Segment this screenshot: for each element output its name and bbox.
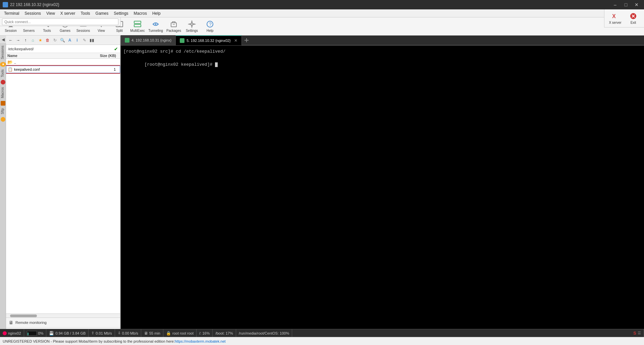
current-path: /etc/keepalived/ bbox=[8, 47, 114, 51]
close-button[interactable]: ✕ bbox=[632, 1, 641, 8]
settings-button[interactable]: Settings bbox=[183, 18, 201, 35]
sidebar-tab-sftp[interactable]: Sftp bbox=[0, 106, 6, 116]
svg-rect-18 bbox=[171, 23, 176, 27]
x-server-label: X server bbox=[609, 21, 621, 24]
file-path-bar: /etc/keepalived/ ✔ bbox=[6, 45, 120, 53]
menu-macros[interactable]: Macros bbox=[131, 10, 150, 16]
monitor-status-icon: 🖥 bbox=[144, 331, 148, 336]
remote-monitoring-button[interactable]: 🖥 Remote monitoring bbox=[6, 318, 120, 328]
fp-info-button[interactable]: i bbox=[74, 37, 80, 44]
tab-bar: 4. 192.168.10.31 {nginx} 5. 192.168.10.3… bbox=[121, 36, 644, 46]
multiexec-button[interactable]: MultiExec bbox=[129, 18, 146, 35]
menu-settings[interactable]: Settings bbox=[111, 10, 131, 16]
settings-label: Settings bbox=[186, 29, 198, 33]
packages-icon bbox=[170, 20, 178, 28]
fp-delete-button[interactable]: 🗑 bbox=[44, 37, 51, 44]
help-icon: ? bbox=[206, 20, 214, 28]
status-right-icons: S ☰ bbox=[631, 329, 644, 337]
status-root-usage: /: 16% bbox=[197, 329, 213, 337]
menu-view[interactable]: View bbox=[44, 10, 58, 16]
fp-highlight-button[interactable]: A bbox=[66, 37, 73, 44]
terminal-prompt-2: [root@nginx02 keepalived]# bbox=[144, 62, 215, 67]
status-net-down-speed: 0.00 Mb/s bbox=[122, 331, 138, 335]
tunneling-button[interactable]: Tunneling bbox=[147, 18, 164, 35]
tab-label-1: 4. 192.168.10.31 {nginx} bbox=[131, 38, 171, 42]
status-time: 55 min bbox=[149, 331, 160, 335]
net-up-icon: ⇧ bbox=[91, 331, 94, 335]
file-hscroll[interactable] bbox=[6, 313, 120, 318]
status-net-up-speed: 0.01 Mb/s bbox=[96, 331, 112, 335]
main-layout: ◀ Sessions ★ Tools Macros Sftp ← → ↑ ⌂ ★… bbox=[0, 36, 644, 337]
packages-button[interactable]: Packages bbox=[165, 18, 182, 35]
status-net-down: ⇩ 0.00 Mb/s bbox=[115, 329, 141, 337]
tab-label-2: 5. 192.168.10.32 {nginx02} bbox=[186, 39, 231, 43]
file-browser-panel: ← → ↑ ⌂ ★ 🗑 ↻ 🔍 A i ✎ ▮▮ /etc/keepalived… bbox=[6, 36, 121, 337]
app-icon bbox=[3, 2, 8, 7]
file-item-keepalived-conf[interactable]: 📋 keepalived.conf 1 bbox=[6, 66, 120, 73]
fp-bookmark-button[interactable]: ★ bbox=[37, 37, 44, 44]
fp-edit-button[interactable]: ✎ bbox=[81, 37, 88, 44]
menu-tools[interactable]: Tools bbox=[78, 10, 93, 16]
svg-point-20 bbox=[191, 23, 193, 25]
exit-button[interactable]: Exit bbox=[625, 10, 642, 26]
title-left: 22 192.168.10.32 {nginx02} bbox=[3, 2, 59, 7]
sidebar-tab-tools[interactable]: Tools bbox=[0, 67, 6, 79]
svg-rect-1 bbox=[9, 26, 12, 27]
unreg-link[interactable]: https://mobaxterm.mobatek.net bbox=[175, 339, 226, 343]
unregistered-bar: UNREGISTERED VERSION - Please support Mo… bbox=[0, 337, 644, 345]
menu-terminal[interactable]: Terminal bbox=[1, 10, 22, 16]
tools-dot-icon bbox=[1, 80, 5, 84]
tools-label: Tools bbox=[43, 29, 51, 33]
file-item-parent[interactable]: .. bbox=[6, 59, 120, 66]
path-ok-icon: ✔ bbox=[114, 46, 118, 52]
fp-find-button[interactable]: 🔍 bbox=[59, 37, 66, 44]
svg-point-17 bbox=[155, 23, 156, 25]
disk-icon: 💾 bbox=[49, 331, 54, 336]
fp-forward-button[interactable]: → bbox=[15, 37, 21, 44]
menu-bar: Terminal Sessions View X server Tools Ga… bbox=[0, 9, 644, 17]
fp-home-button[interactable]: ⌂ bbox=[30, 37, 36, 44]
sessions-star-icon[interactable]: ★ bbox=[0, 62, 6, 67]
tab-nginx01[interactable]: 4. 192.168.10.31 {nginx} bbox=[121, 35, 176, 45]
fp-view-button[interactable]: ▮▮ bbox=[89, 37, 95, 44]
folder-up-icon bbox=[7, 60, 13, 65]
servers-label: Servers bbox=[23, 29, 35, 33]
tab-nginx02[interactable]: 5. 192.168.10.32 {nginx02} ✕ bbox=[176, 35, 242, 45]
x-server-button[interactable]: X X server bbox=[606, 10, 624, 26]
help-button[interactable]: ? Help bbox=[201, 18, 219, 35]
net-down-icon: ⇩ bbox=[118, 331, 121, 335]
exit-icon bbox=[629, 12, 637, 20]
status-cpu: 0% bbox=[24, 329, 47, 337]
fp-up-button[interactable]: ↑ bbox=[22, 37, 29, 44]
maximize-button[interactable]: □ bbox=[621, 1, 631, 8]
help-label: Help bbox=[207, 29, 214, 33]
terminal-area: 4. 192.168.10.31 {nginx} 5. 192.168.10.3… bbox=[121, 36, 644, 337]
tunneling-icon bbox=[152, 20, 160, 28]
sidebar-tab-macros[interactable]: Macros bbox=[0, 85, 6, 100]
file-panel-toolbar: ← → ↑ ⌂ ★ 🗑 ↻ 🔍 A i ✎ ▮▮ bbox=[6, 36, 120, 45]
status-extra-icons: ☰ bbox=[638, 331, 641, 335]
far-left-tabs: ◀ Sessions ★ Tools Macros Sftp bbox=[0, 36, 6, 337]
svg-text:X: X bbox=[612, 13, 616, 19]
menu-sessions[interactable]: Sessions bbox=[22, 10, 44, 16]
quick-connect-input[interactable] bbox=[2, 18, 118, 25]
fp-refresh-button[interactable]: ↻ bbox=[52, 37, 58, 44]
sidebar-tab-sessions[interactable]: Sessions bbox=[0, 44, 6, 61]
file-name-keepalived: keepalived.conf bbox=[14, 67, 90, 71]
collapse-panel-button[interactable]: ◀ bbox=[0, 36, 6, 44]
menu-x-server[interactable]: X server bbox=[58, 10, 78, 16]
status-disk-usage: 0.94 GB / 3.84 GB bbox=[55, 331, 86, 335]
exit-label: Exit bbox=[631, 21, 636, 24]
packages-label: Packages bbox=[166, 29, 181, 33]
status-net-up: ⇧ 0.01 Mb/s bbox=[89, 329, 115, 337]
new-tab-button[interactable] bbox=[242, 36, 251, 45]
tunneling-label: Tunneling bbox=[148, 29, 163, 33]
minimize-button[interactable]: – bbox=[610, 1, 620, 8]
fp-back-button[interactable]: ← bbox=[7, 37, 14, 44]
file-list-header: Name Size (KB) bbox=[6, 53, 120, 59]
menu-help[interactable]: Help bbox=[150, 10, 163, 16]
menu-games[interactable]: Games bbox=[93, 10, 111, 16]
monitor-icon: 🖥 bbox=[9, 320, 13, 325]
terminal[interactable]: [root@nginx02 src]# cd /etc/keepalived/ … bbox=[121, 46, 644, 337]
tab-close-button[interactable]: ✕ bbox=[234, 38, 237, 43]
